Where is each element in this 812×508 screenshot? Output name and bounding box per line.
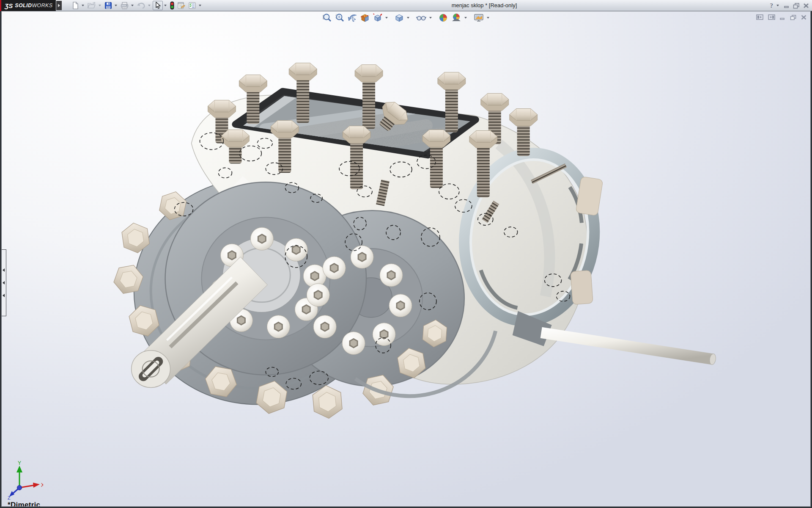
undo-button[interactable]: [136, 1, 147, 10]
eyeglasses-icon: [416, 13, 427, 23]
dropdown-arrow-icon[interactable]: [464, 17, 467, 19]
restore-icon: [793, 3, 800, 9]
dropdown-arrow-icon: [99, 5, 101, 6]
appearance-ball-icon: [438, 13, 448, 23]
titlebar: ƷS SOLIDWORKS: [0, 0, 812, 11]
select-cursor-icon: [154, 2, 162, 9]
section-view-icon: [360, 13, 370, 23]
dropdown-arrow-icon[interactable]: [164, 5, 167, 6]
dropdown-arrow-icon[interactable]: [487, 17, 489, 19]
view-settings-icon: [473, 13, 484, 23]
ring-lug: [571, 270, 593, 304]
gearbox-assembly-model[interactable]: [2, 11, 810, 506]
edit-appearance-button[interactable]: [437, 13, 449, 23]
restore-button[interactable]: [793, 3, 800, 9]
heads-up-view-toolbar: [321, 13, 491, 23]
expand-panel-arrow-icon: [3, 294, 5, 297]
solidworks-logo: ƷS SOLIDWORKS: [0, 0, 56, 11]
open-button[interactable]: [86, 1, 97, 10]
dassault-3ds-logo-icon: ƷS: [5, 2, 13, 9]
display-style-icon: [394, 13, 404, 23]
dropdown-arrow-icon[interactable]: [385, 17, 388, 19]
new-document-icon: [71, 1, 80, 10]
view-orientation-label: *Dimetric: [8, 501, 40, 507]
close-icon: [801, 14, 807, 20]
hide-show-items-button[interactable]: [415, 13, 428, 23]
options-button[interactable]: [187, 1, 198, 10]
expand-panel-arrow-icon: [3, 268, 5, 272]
restore-icon: [790, 14, 797, 20]
model-group: [111, 63, 716, 420]
window-controls: ?: [770, 0, 810, 11]
new-document-button[interactable]: [70, 1, 80, 10]
collapse-right-pane-button[interactable]: [768, 14, 776, 22]
file-properties-icon: [177, 1, 186, 10]
brand-text-secondary: WORKS: [32, 3, 52, 8]
minimize-button[interactable]: [783, 3, 790, 8]
window-title: menjac sklop * [Read-only]: [220, 0, 749, 11]
options-icon: [188, 1, 197, 10]
file-properties-button[interactable]: [176, 1, 187, 10]
save-button[interactable]: [103, 1, 113, 10]
print-button[interactable]: [119, 1, 130, 10]
graphics-area[interactable]: Y X Z *Dimetric: [1, 11, 811, 507]
dropdown-arrow-icon[interactable]: [131, 5, 134, 6]
dropdown-arrow-icon[interactable]: [82, 5, 84, 6]
view-settings-button[interactable]: [472, 13, 485, 23]
document-minimize-button[interactable]: [779, 14, 786, 22]
dropdown-arrow-icon[interactable]: [429, 17, 432, 19]
triad-y-label: Y: [18, 461, 21, 466]
reference-triad: Y X Z: [7, 461, 43, 500]
collapse-left-pane-button[interactable]: [756, 14, 764, 22]
triad-z-label: Z: [8, 495, 11, 500]
minimize-icon: [783, 3, 790, 8]
rebuild-traffic-light-icon: [170, 1, 175, 10]
dropdown-arrow-icon: [148, 5, 151, 6]
standard-toolbar: [70, 0, 203, 11]
expand-arrow-icon: [58, 4, 60, 7]
zoom-to-fit-icon: [322, 13, 332, 23]
view-orientation-icon: [373, 13, 383, 23]
dropdown-arrow-icon[interactable]: [115, 5, 117, 6]
open-icon: [87, 1, 96, 10]
section-view-button[interactable]: [359, 13, 371, 23]
output-shaft: [540, 327, 714, 365]
feature-manager-collapsed-tab[interactable]: [1, 249, 6, 316]
collapse-left-pane-icon: [756, 14, 764, 20]
undo-icon: [137, 1, 146, 10]
previous-view-icon: [347, 13, 357, 23]
close-icon: [803, 3, 809, 9]
save-icon: [104, 1, 112, 10]
expand-panel-arrow-icon: [3, 281, 5, 284]
print-icon: [120, 1, 129, 10]
brand-text-primary: SOLID: [15, 3, 32, 8]
document-window-controls: [756, 14, 807, 22]
close-button[interactable]: [803, 3, 809, 9]
document-close-button[interactable]: [801, 14, 807, 22]
zoom-to-area-button[interactable]: [334, 13, 346, 23]
previous-view-button[interactable]: [346, 13, 358, 23]
document-restore-button[interactable]: [790, 14, 797, 22]
menu-expander-button[interactable]: [56, 1, 62, 10]
dropdown-arrow-icon[interactable]: [199, 5, 201, 6]
help-dropdown-arrow-icon[interactable]: [776, 5, 779, 6]
minimize-icon: [779, 15, 786, 20]
select-button[interactable]: [153, 1, 163, 10]
zoom-to-area-icon: [335, 13, 345, 23]
rebuild-button[interactable]: [169, 1, 176, 10]
collapse-right-pane-icon: [768, 14, 776, 20]
view-orientation-button[interactable]: [372, 13, 384, 23]
triad-x-label: X: [41, 482, 43, 488]
brand-text: SOLIDWORKS: [15, 3, 52, 8]
dropdown-arrow-icon[interactable]: [407, 17, 409, 19]
display-style-button[interactable]: [393, 13, 405, 23]
apply-scene-button[interactable]: [450, 13, 463, 23]
zoom-to-fit-button[interactable]: [321, 13, 333, 23]
apply-scene-icon: [451, 13, 462, 23]
help-button[interactable]: ?: [770, 2, 774, 9]
